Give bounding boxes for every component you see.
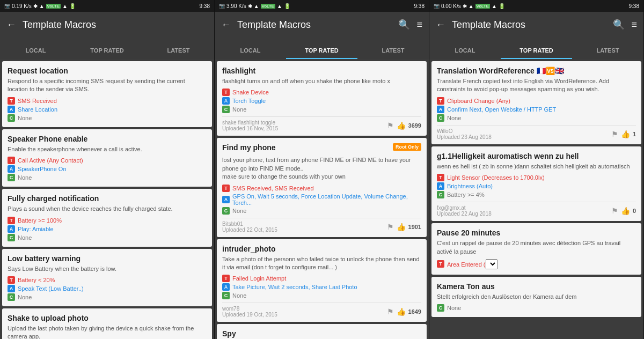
tab-latest[interactable]: LATEST	[143, 42, 214, 59]
search-icon[interactable]: 🔍	[613, 19, 625, 31]
tab-top-rated[interactable]: TOP RATED	[501, 42, 572, 59]
macro-card[interactable]: Low battery warningSays Low Battery when…	[2, 249, 212, 306]
macro-title: Translation WordReference 🇫🇷🆚🇬🇧	[437, 67, 636, 75]
status-right: 9:38	[414, 3, 425, 9]
tab-local[interactable]: LOCAL	[0, 42, 71, 59]
status-right: 9:38	[200, 3, 210, 9]
condition-row: C Battery >= 4%	[437, 191, 636, 198]
action-badge: A	[437, 106, 444, 113]
macro-card[interactable]: flashlightflashlight turns on and off wh…	[217, 61, 427, 136]
volte-icon: VoLTE	[261, 4, 275, 9]
thumb-up-icon[interactable]: 👍	[621, 130, 630, 138]
back-button[interactable]: ←	[221, 19, 231, 31]
macro-card[interactable]: Find my phone Root Only lost your phone,…	[217, 138, 427, 237]
upload-date: Uploaded 22 Oct, 2015	[222, 227, 277, 233]
macro-desc: flashlight turns on and off when you sha…	[222, 77, 421, 85]
root-only-badge: Root Only	[393, 143, 421, 151]
app-bar: ← Template Macros 🔍 ≡	[429, 12, 643, 38]
tab-top-rated[interactable]: TOP RATED	[286, 42, 357, 59]
action-badge: A	[222, 283, 230, 291]
macro-card[interactable]: Kamera Ton ausStellt erfolgreich den Aus…	[431, 277, 641, 317]
macro-desc: Says Low Battery when the battery is low…	[8, 265, 207, 273]
macro-name: Bitsbb01	[222, 221, 277, 227]
flag-icon[interactable]: ⚑	[611, 130, 618, 138]
signal-icon: ▲	[254, 3, 259, 9]
macro-desc: Upload the last photo taken by giving th…	[8, 325, 207, 339]
vote-count: 3699	[408, 122, 421, 129]
status-left: 📷 0.19 K/s ✱ ▲ VoLTE ▲ 🔋	[4, 3, 76, 9]
macro-card[interactable]: Translation WordReference 🇫🇷🆚🇬🇧Translate…	[431, 61, 641, 144]
flag-icon[interactable]: ⚑	[387, 121, 394, 130]
back-button[interactable]: ←	[436, 19, 445, 31]
back-button[interactable]: ←	[6, 19, 16, 31]
macro-card[interactable]: Request locationRespond to a specific in…	[2, 61, 212, 127]
macro-title: Spy	[222, 329, 421, 338]
filter-icon[interactable]: ≡	[416, 19, 422, 31]
condition-badge: C	[437, 304, 444, 312]
condition-row: C None	[437, 304, 636, 312]
action-row: A Take Picture, Wait 2 seconds, Share La…	[222, 283, 421, 291]
macro-title: Request location	[8, 67, 207, 75]
trigger-text: Battery < 20%	[18, 277, 55, 283]
condition-row: C None	[8, 234, 207, 241]
status-time: 9:38	[200, 3, 210, 9]
tab-bar: LOCALTOP RATEDLATEST	[0, 38, 214, 59]
tab-top-rated[interactable]: TOP RATED	[71, 42, 143, 59]
vote-count: 1	[633, 131, 636, 137]
macro-card[interactable]: g1.1Helligkeit auromatisch wenn zu hellw…	[431, 146, 641, 221]
trigger-text: Failed Login Attempt	[232, 275, 286, 282]
search-icon[interactable]: 🔍	[398, 19, 410, 31]
tab-latest[interactable]: LATEST	[357, 42, 429, 59]
macro-card[interactable]: SpyRecords conversations secretly after …	[217, 324, 427, 339]
macro-card[interactable]: Speaker Phone enableEnable the speakerph…	[2, 129, 212, 187]
action-badge: A	[222, 97, 230, 105]
vote-section: ⚑ 👍 1649	[387, 307, 421, 316]
trigger-badge: T	[222, 275, 230, 282]
trigger-row: T Area Entered (), 08:00 Mon,Tue,Wed,Thu…	[437, 259, 636, 269]
macro-title: Low battery warning	[8, 254, 207, 263]
flag-icon[interactable]: ⚑	[611, 207, 618, 215]
condition-badge: C	[222, 207, 230, 215]
macro-title: Speaker Phone enable	[8, 135, 207, 143]
tab-local[interactable]: LOCAL	[429, 42, 501, 59]
status-speed: 0.00 K/s	[441, 3, 461, 9]
filter-icon[interactable]: ≡	[631, 19, 637, 31]
macro-list: Request locationRespond to a specific in…	[0, 59, 214, 339]
tab-local[interactable]: LOCAL	[215, 42, 286, 59]
status-left: 📷 3.90 K/s ✱ ▲ VoLTE ▲ 🔋	[219, 3, 290, 9]
card-footer: fxg@gmx.at Uploaded 22 Aug 2018 ⚑ 👍 0	[437, 202, 636, 217]
macro-card[interactable]: Shake to upload photoUpload the last pho…	[2, 308, 212, 339]
flag-icon[interactable]: ⚑	[387, 307, 394, 316]
thumb-up-icon[interactable]: 👍	[621, 207, 630, 215]
action-badge: A	[437, 182, 444, 190]
vote-section: ⚑ 👍 1901	[387, 223, 421, 231]
thumb-up-icon[interactable]: 👍	[397, 307, 406, 316]
macro-title: g1.1Helligkeit auromatisch wenn zu hell	[437, 152, 636, 160]
condition-row: C None	[222, 106, 421, 113]
upload-date: Uploaded 23 Aug 2018	[437, 134, 492, 140]
action-row: A Brightness (Auto)	[437, 182, 636, 190]
macro-title: Kamera Ton aus	[437, 282, 636, 291]
thumb-up-icon[interactable]: 👍	[397, 223, 406, 231]
bluetooth-icon: ✱	[463, 3, 467, 9]
macro-card[interactable]: intruder_photoTake a photo of the person…	[217, 239, 427, 322]
trigger-badge: T	[8, 157, 15, 164]
condition-badge: C	[8, 234, 15, 241]
bluetooth-icon: ✱	[33, 3, 38, 9]
macro-card[interactable]: Fully charged notificationPlays a sound …	[2, 189, 212, 246]
vote-section: ⚑ 👍 3699	[387, 121, 421, 130]
tab-latest[interactable]: LATEST	[572, 42, 643, 59]
thumb-up-icon[interactable]: 👍	[397, 121, 406, 130]
volte-icon: VoLTE	[46, 4, 61, 9]
condition-badge: C	[222, 106, 230, 113]
tab-bar: LOCALTOP RATEDLATEST	[215, 38, 429, 59]
wifi-icon: ▲	[62, 3, 68, 9]
action-row: A Share Location	[8, 106, 207, 113]
card-footer: shake flashlight toggle Uploaded 16 Nov,…	[222, 116, 421, 131]
battery-icon: 🔋	[284, 3, 290, 9]
macro-name: fxg@gmx.at	[437, 205, 492, 211]
flag-icon[interactable]: ⚑	[387, 223, 394, 231]
macro-card[interactable]: Pause 20 minutesC'est un rappel de pause…	[431, 223, 641, 275]
condition-badge: C	[222, 292, 230, 299]
action-text: GPS On, Wait 5 seconds, Force Location U…	[232, 193, 421, 206]
